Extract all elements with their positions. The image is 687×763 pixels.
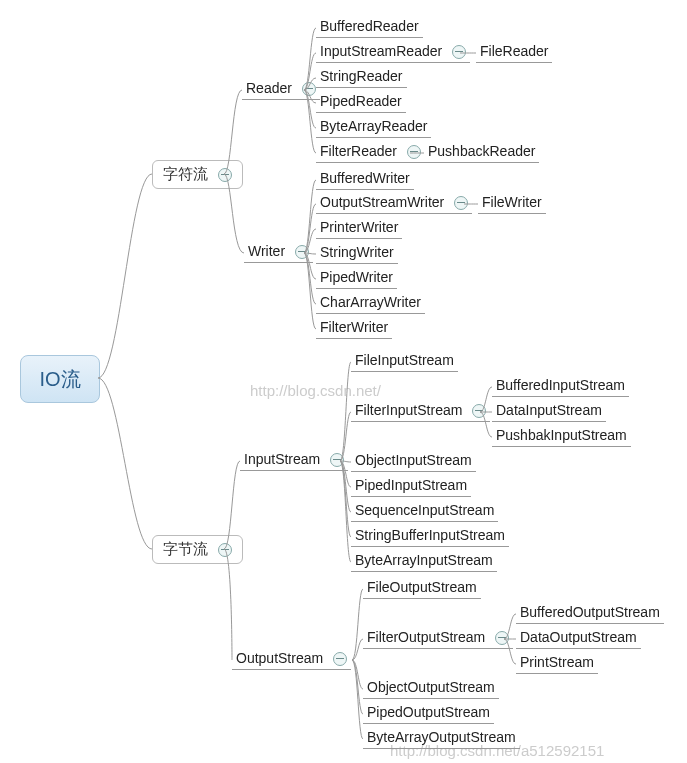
output-stream-writer-label: OutputStreamWriter: [320, 194, 444, 210]
node-file-writer[interactable]: FileWriter: [478, 192, 546, 214]
node-pushback-reader[interactable]: PushbackReader: [424, 141, 539, 163]
node-input-stream[interactable]: InputStream: [240, 449, 348, 471]
minus-icon[interactable]: [218, 543, 232, 557]
root-label: IO流: [39, 366, 80, 393]
node-object-output-stream[interactable]: ObjectOutputStream: [363, 677, 499, 699]
node-string-writer[interactable]: StringWriter: [316, 242, 398, 264]
minus-icon[interactable]: [472, 404, 486, 418]
node-output-stream-writer[interactable]: OutputStreamWriter: [316, 192, 472, 214]
input-stream-label: InputStream: [244, 451, 320, 467]
node-buffered-reader[interactable]: BufferedReader: [316, 16, 423, 38]
minus-icon[interactable]: [407, 145, 421, 159]
node-piped-reader[interactable]: PipedReader: [316, 91, 406, 113]
root-node[interactable]: IO流: [20, 355, 100, 403]
node-filter-output-stream[interactable]: FilterOutputStream: [363, 627, 513, 649]
node-input-stream-reader[interactable]: InputStreamReader: [316, 41, 470, 63]
node-filter-input-stream[interactable]: FilterInputStream: [351, 400, 490, 422]
node-writer[interactable]: Writer: [244, 241, 313, 263]
node-file-reader[interactable]: FileReader: [476, 41, 552, 63]
minus-icon[interactable]: [218, 168, 232, 182]
node-piped-output-stream[interactable]: PipedOutputStream: [363, 702, 494, 724]
node-char-stream[interactable]: 字符流: [152, 160, 243, 189]
output-stream-label: OutputStream: [236, 650, 323, 666]
filter-input-stream-label: FilterInputStream: [355, 402, 462, 418]
minus-icon[interactable]: [302, 82, 316, 96]
node-bytearray-reader[interactable]: ByteArrayReader: [316, 116, 431, 138]
node-stringbuffer-input-stream[interactable]: StringBufferInputStream: [351, 525, 509, 547]
node-printer-writer[interactable]: PrinterWriter: [316, 217, 402, 239]
node-filter-writer[interactable]: FilterWriter: [316, 317, 392, 339]
input-stream-reader-label: InputStreamReader: [320, 43, 442, 59]
node-output-stream[interactable]: OutputStream: [232, 648, 351, 670]
node-buffered-writer[interactable]: BufferedWriter: [316, 168, 414, 190]
watermark-top: http://blog.csdn.net/: [250, 382, 381, 399]
char-stream-label: 字符流: [163, 165, 208, 182]
minus-icon[interactable]: [333, 652, 347, 666]
node-object-input-stream[interactable]: ObjectInputStream: [351, 450, 476, 472]
node-sequence-input-stream[interactable]: SequenceInputStream: [351, 500, 498, 522]
minus-icon[interactable]: [295, 245, 309, 259]
filter-output-stream-label: FilterOutputStream: [367, 629, 485, 645]
node-print-stream[interactable]: PrintStream: [516, 652, 598, 674]
node-reader[interactable]: Reader: [242, 78, 320, 100]
minus-icon[interactable]: [454, 196, 468, 210]
node-filter-reader[interactable]: FilterReader: [316, 141, 425, 163]
node-bytearray-input-stream[interactable]: ByteArrayInputStream: [351, 550, 497, 572]
minus-icon[interactable]: [452, 45, 466, 59]
node-byte-stream[interactable]: 字节流: [152, 535, 243, 564]
node-piped-input-stream[interactable]: PipedInputStream: [351, 475, 471, 497]
minus-icon[interactable]: [495, 631, 509, 645]
writer-label: Writer: [248, 243, 285, 259]
node-pushback-input-stream[interactable]: PushbakInputStream: [492, 425, 631, 447]
reader-label: Reader: [246, 80, 292, 96]
node-data-input-stream[interactable]: DataInputStream: [492, 400, 606, 422]
node-string-reader[interactable]: StringReader: [316, 66, 407, 88]
node-data-output-stream[interactable]: DataOutputStream: [516, 627, 641, 649]
node-chararray-writer[interactable]: CharArrayWriter: [316, 292, 425, 314]
filter-reader-label: FilterReader: [320, 143, 397, 159]
node-buffered-output-stream[interactable]: BufferedOutputStream: [516, 602, 664, 624]
node-buffered-input-stream[interactable]: BufferedInputStream: [492, 375, 629, 397]
node-file-output-stream[interactable]: FileOutputStream: [363, 577, 481, 599]
node-bytearray-output-stream[interactable]: ByteArrayOutputStream: [363, 727, 520, 749]
node-file-input-stream[interactable]: FileInputStream: [351, 350, 458, 372]
byte-stream-label: 字节流: [163, 540, 208, 557]
minus-icon[interactable]: [330, 453, 344, 467]
node-piped-writer[interactable]: PipedWriter: [316, 267, 397, 289]
